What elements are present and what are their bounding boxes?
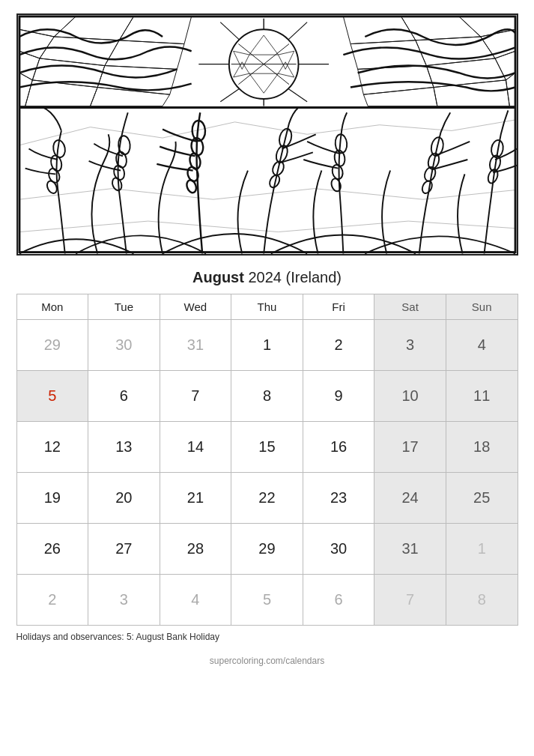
calendar-body: 2930311234567891011121314151617181920212… [16,319,518,625]
calendar-cell: 2 [303,319,374,370]
calendar-row: 12131415161718 [16,421,518,472]
calendar-cell: 22 [231,472,303,523]
calendar-cell: 9 [303,370,374,421]
calendar-cell: 7 [160,370,231,421]
calendar-cell: 6 [303,574,374,625]
calendar-cell: 17 [374,421,446,472]
header-fri: Fri [303,294,374,319]
calendar-cell: 29 [231,523,303,574]
calendar-cell: 24 [374,472,446,523]
header-sat: Sat [374,294,446,319]
calendar-cell: 8 [446,574,518,625]
header-wed: Wed [160,294,231,319]
calendar-cell: 27 [88,523,160,574]
calendar-cell: 19 [16,472,88,523]
calendar-row: 567891011 [16,370,518,421]
website-url: supercoloring.com/calendars [210,656,324,666]
calendar-cell: 10 [374,370,446,421]
calendar-cell: 4 [160,574,231,625]
calendar-cell: 7 [374,574,446,625]
illustration [16,13,518,255]
calendar-cell: 1 [231,319,303,370]
calendar-cell: 3 [374,319,446,370]
calendar-cell: 30 [88,319,160,370]
calendar-cell: 25 [446,472,518,523]
calendar-cell: 28 [160,523,231,574]
calendar-title: August 2024 (Ireland) [192,269,342,286]
calendar-cell: 3 [88,574,160,625]
calendar-cell: 18 [446,421,518,472]
header-mon: Mon [16,294,88,319]
calendar-cell: 11 [446,370,518,421]
calendar-cell: 5 [231,574,303,625]
calendar-cell: 13 [88,421,160,472]
calendar-year-country: 2024 (Ireland) [244,269,342,285]
svg-rect-0 [18,15,517,254]
calendar-cell: 21 [160,472,231,523]
calendar-cell: 26 [16,523,88,574]
calendar-cell: 6 [88,370,160,421]
calendar-header: Mon Tue Wed Thu Fri Sat Sun [16,294,518,319]
header-row: Mon Tue Wed Thu Fri Sat Sun [16,294,518,319]
calendar-row: 19202122232425 [16,472,518,523]
calendar-cell: 23 [303,472,374,523]
footnote: Holidays and observances: 5: August Bank… [16,632,518,642]
calendar-cell: 16 [303,421,374,472]
page-wrapper: August 2024 (Ireland) Mon Tue Wed Thu Fr… [9,0,526,674]
calendar-table: Mon Tue Wed Thu Fri Sat Sun 293031123456… [16,294,518,626]
calendar-cell: 5 [16,370,88,421]
calendar-cell: 20 [88,472,160,523]
calendar-cell: 12 [16,421,88,472]
calendar-cell: 15 [231,421,303,472]
calendar-cell: 31 [374,523,446,574]
calendar-month: August [192,269,244,285]
calendar-row: 2345678 [16,574,518,625]
calendar-cell: 30 [303,523,374,574]
calendar-row: 2930311234 [16,319,518,370]
calendar-cell: 2 [16,574,88,625]
header-thu: Thu [231,294,303,319]
calendar-cell: 4 [446,319,518,370]
header-tue: Tue [88,294,160,319]
calendar-cell: 31 [160,319,231,370]
calendar-cell: 14 [160,421,231,472]
calendar-row: 2627282930311 [16,523,518,574]
coloring-svg [18,15,517,254]
header-sun: Sun [446,294,518,319]
calendar-cell: 8 [231,370,303,421]
calendar-cell: 29 [16,319,88,370]
calendar-cell: 1 [446,523,518,574]
